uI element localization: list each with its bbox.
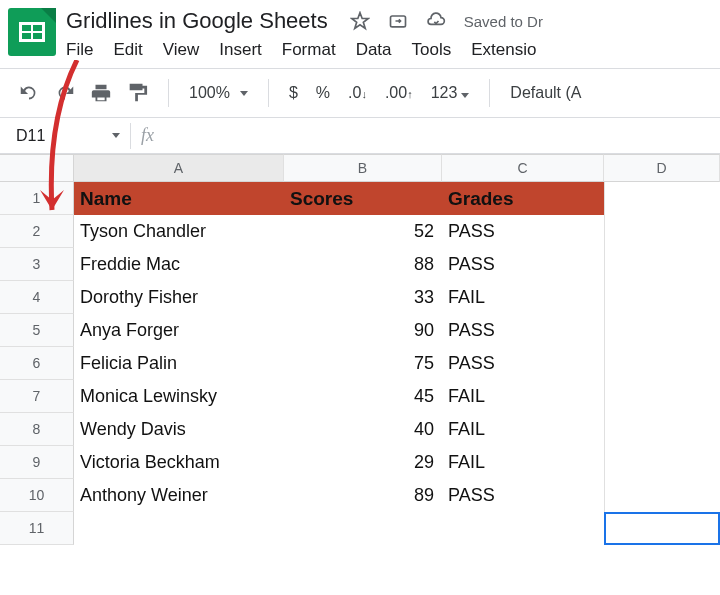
cell[interactable] — [442, 512, 604, 545]
cell[interactable] — [604, 446, 720, 479]
sheets-logo[interactable] — [8, 8, 56, 56]
cell[interactable]: Scores — [284, 182, 442, 215]
print-icon[interactable] — [90, 82, 112, 104]
fx-icon: fx — [141, 125, 154, 146]
number-format-button[interactable]: 123 — [431, 84, 470, 102]
menu-format[interactable]: Format — [282, 40, 336, 60]
currency-button[interactable]: $ — [289, 84, 298, 102]
cell[interactable]: Tyson Chandler — [74, 215, 284, 248]
select-all-corner[interactable] — [0, 154, 74, 182]
zoom-selector[interactable]: 100% — [189, 84, 248, 102]
cell-selected[interactable] — [604, 512, 720, 545]
cell[interactable] — [604, 182, 720, 215]
menu-insert[interactable]: Insert — [219, 40, 262, 60]
cell[interactable] — [74, 512, 284, 545]
redo-icon[interactable] — [54, 82, 76, 104]
menu-bar: File Edit View Insert Format Data Tools … — [66, 40, 712, 60]
cell[interactable]: 88 — [284, 248, 442, 281]
cell[interactable] — [604, 380, 720, 413]
row-header[interactable]: 4 — [0, 281, 74, 314]
column-header-b[interactable]: B — [284, 154, 442, 182]
cell[interactable]: PASS — [442, 347, 604, 380]
cell[interactable]: PASS — [442, 479, 604, 512]
formula-bar[interactable] — [164, 127, 710, 144]
font-selector[interactable]: Default (A — [510, 84, 581, 102]
row-header[interactable]: 3 — [0, 248, 74, 281]
cell[interactable]: FAIL — [442, 446, 604, 479]
menu-extensions[interactable]: Extensio — [471, 40, 536, 60]
cell[interactable] — [604, 215, 720, 248]
decrease-decimal-button[interactable]: .0↓ — [348, 84, 367, 102]
cell[interactable]: 40 — [284, 413, 442, 446]
cell[interactable]: Grades — [442, 182, 604, 215]
cell[interactable]: 90 — [284, 314, 442, 347]
cell[interactable]: Anthony Weiner — [74, 479, 284, 512]
cell[interactable]: Dorothy Fisher — [74, 281, 284, 314]
cell[interactable] — [604, 347, 720, 380]
cell[interactable]: Anya Forger — [74, 314, 284, 347]
row-header[interactable]: 10 — [0, 479, 74, 512]
cell[interactable]: Victoria Beckham — [74, 446, 284, 479]
row-header[interactable]: 11 — [0, 512, 74, 545]
cell[interactable]: Felicia Palin — [74, 347, 284, 380]
cell[interactable]: PASS — [442, 248, 604, 281]
cell[interactable] — [604, 413, 720, 446]
cell[interactable] — [604, 479, 720, 512]
cell[interactable] — [604, 314, 720, 347]
cell[interactable]: 29 — [284, 446, 442, 479]
cell[interactable]: 75 — [284, 347, 442, 380]
cell[interactable]: FAIL — [442, 413, 604, 446]
undo-icon[interactable] — [18, 82, 40, 104]
document-title[interactable]: Gridlines in Google Sheets — [66, 8, 328, 34]
cell[interactable]: Name — [74, 182, 284, 215]
save-status: Saved to Dr — [464, 13, 543, 30]
row-header[interactable]: 2 — [0, 215, 74, 248]
percent-button[interactable]: % — [316, 84, 330, 102]
cell[interactable]: 89 — [284, 479, 442, 512]
menu-view[interactable]: View — [163, 40, 200, 60]
cell[interactable] — [604, 281, 720, 314]
cell[interactable]: PASS — [442, 215, 604, 248]
cell[interactable]: FAIL — [442, 281, 604, 314]
cell[interactable]: 45 — [284, 380, 442, 413]
cell[interactable]: 52 — [284, 215, 442, 248]
cell[interactable]: Monica Lewinsky — [74, 380, 284, 413]
cell[interactable]: Freddie Mac — [74, 248, 284, 281]
cloud-icon[interactable] — [426, 11, 446, 31]
menu-file[interactable]: File — [66, 40, 93, 60]
spreadsheet-grid: A B C D 1 Name Scores Grades 2Tyson Chan… — [0, 154, 720, 545]
toolbar: 100% $ % .0↓ .00↑ 123 Default (A — [0, 69, 720, 117]
name-box[interactable]: D11 — [10, 127, 120, 145]
star-icon[interactable] — [350, 11, 370, 31]
menu-tools[interactable]: Tools — [412, 40, 452, 60]
menu-edit[interactable]: Edit — [113, 40, 142, 60]
row-header[interactable]: 1 — [0, 182, 74, 215]
row-header[interactable]: 9 — [0, 446, 74, 479]
column-header-a[interactable]: A — [74, 154, 284, 182]
cell[interactable]: PASS — [442, 314, 604, 347]
column-header-c[interactable]: C — [442, 154, 604, 182]
cell[interactable]: Wendy Davis — [74, 413, 284, 446]
cell[interactable] — [284, 512, 442, 545]
row-header[interactable]: 5 — [0, 314, 74, 347]
column-header-d[interactable]: D — [604, 154, 720, 182]
paint-format-icon[interactable] — [126, 82, 148, 104]
increase-decimal-button[interactable]: .00↑ — [385, 84, 413, 102]
menu-data[interactable]: Data — [356, 40, 392, 60]
row-header[interactable]: 8 — [0, 413, 74, 446]
cell[interactable]: FAIL — [442, 380, 604, 413]
cell[interactable] — [604, 248, 720, 281]
row-header[interactable]: 6 — [0, 347, 74, 380]
move-icon[interactable] — [388, 11, 408, 31]
cell[interactable]: 33 — [284, 281, 442, 314]
row-header[interactable]: 7 — [0, 380, 74, 413]
